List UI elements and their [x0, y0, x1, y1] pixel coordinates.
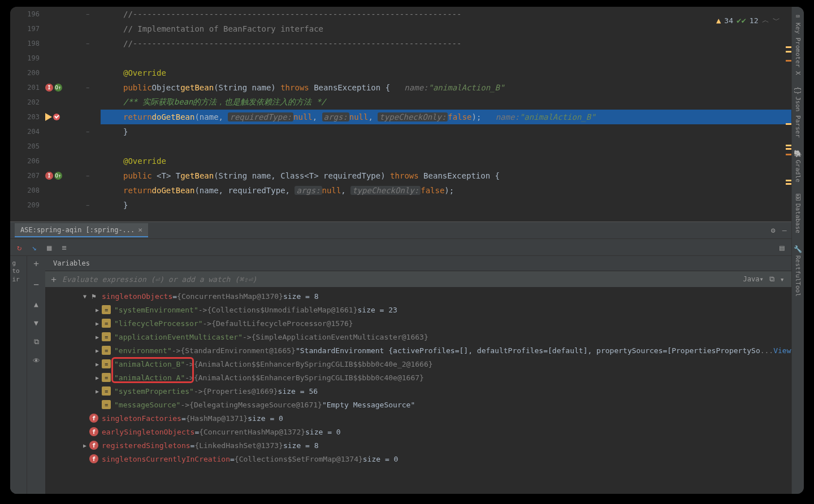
layout-settings-icon[interactable]: ▤ [780, 243, 784, 252]
editor-pane[interactable]: ▲ 34 ✔✔ 12 ︿ ﹀ 196−197198−199200201IO↑−2… [10, 7, 791, 221]
minimap[interactable] [783, 12, 791, 221]
check-count[interactable]: 12 [750, 16, 759, 25]
map-entry-icon: ≡ [102, 373, 111, 382]
debug-tab-label: ASE:spring-aqin [:spring-... [20, 226, 135, 234]
expand-arrow-icon[interactable] [93, 347, 102, 354]
expand-icon[interactable]: ▾ [780, 275, 785, 284]
expand-arrow-icon[interactable] [80, 442, 89, 449]
variable-row[interactable]: fsingletonFactories = {HashMap@1371} siz… [45, 411, 791, 425]
implements-icon[interactable]: I [45, 172, 53, 180]
ide-window: ▲ 34 ✔✔ 12 ︿ ﹀ 196−197198−199200201IO↑−2… [10, 7, 804, 494]
right-toolwindow-bar: ⌨Key Promoter X{}Json Parser🐘Gradle🗄Data… [791, 7, 804, 494]
map-entry-icon: ≡ [102, 332, 111, 341]
toolwindow-database[interactable]: 🗄Database [794, 194, 802, 233]
map-entry-icon: ≡ [102, 305, 111, 314]
table-view-icon[interactable]: ▦ [47, 243, 51, 252]
restart-frame-icon[interactable]: ↻ [17, 243, 21, 252]
variable-row[interactable]: ≡"animalAction_B" -> {AnimalAction$$Enha… [45, 357, 791, 371]
expand-arrow-icon[interactable] [80, 293, 89, 299]
toolwindow-key-promoter-x[interactable]: ⌨Key Promoter X [794, 12, 802, 75]
close-tab-icon[interactable]: × [138, 225, 142, 234]
variable-row[interactable]: ≡"messageSource" -> {DelegatingMessageSo… [45, 398, 791, 411]
toolwindow-restfultool[interactable]: 🔧RestfulTool [794, 245, 802, 297]
debug-tabs: ASE:spring-aqin [:spring-... × ⚙ — [10, 222, 791, 239]
variable-row[interactable]: ≡"systemProperties" -> {Properties@1669}… [45, 384, 791, 398]
toolwindow-json-parser[interactable]: {}Json Parser [794, 86, 802, 138]
expand-arrow-icon[interactable] [93, 375, 102, 381]
code-area: 196−197198−199200201IO↑−202203204−205206… [10, 7, 791, 221]
variable-row[interactable]: ≡"lifecycleProcessor" -> {DefaultLifecyc… [45, 316, 791, 330]
breakpoint-icon[interactable] [53, 114, 60, 120]
code-content[interactable]: //--------------------------------------… [101, 7, 791, 221]
variables-tree[interactable]: ⚑singletonObjects = {ConcurrentHashMap@1… [45, 287, 791, 494]
field-icon: f [89, 427, 98, 436]
field-icon: f [89, 414, 98, 423]
expand-arrow-icon[interactable] [93, 361, 102, 367]
map-entry-icon: ≡ [102, 400, 111, 409]
variable-row[interactable]: fregisteredSingletons = {LinkedHashSet@1… [45, 438, 791, 452]
variable-row[interactable]: fearlySingletonObjects = {ConcurrentHash… [45, 425, 791, 438]
field-icon: f [89, 454, 98, 463]
watch-icon[interactable]: 👁 [33, 357, 40, 365]
variable-row[interactable]: fsingletonsCurrentlyInCreation = {Collec… [45, 452, 791, 466]
step-icon[interactable]: ↘ [32, 243, 36, 252]
debug-settings-icon[interactable]: ⚙ [771, 226, 776, 234]
copy-icon[interactable]: ⧉ [34, 337, 39, 346]
watch-input-row: + Java▾ ⧉ ▾ [45, 271, 791, 287]
map-entry-icon: ≡ [102, 319, 111, 328]
debug-variables-pane: Variables + Java▾ ⧉ ▾ ⚑singletonObjects … [45, 256, 791, 494]
expand-arrow-icon[interactable] [93, 334, 102, 340]
expand-arrow-icon[interactable] [93, 320, 102, 327]
debug-toolbar: ↻ ↘ ▦ ≡ ▤ [10, 239, 791, 256]
check-icon[interactable]: ✔✔ [737, 16, 746, 25]
override-icon[interactable]: O↑ [54, 172, 62, 180]
prev-highlight-icon[interactable]: ︿ [762, 15, 769, 25]
warning-count[interactable]: 34 [724, 16, 733, 25]
debug-frames-gutter: g to ir [10, 256, 27, 494]
debug-side-actions: + − ▲ ▼ ⧉ 👁 [27, 256, 45, 494]
expand-arrow-icon[interactable] [93, 307, 102, 313]
nav-up-icon[interactable]: ▲ [34, 300, 38, 309]
map-entry-icon: ≡ [102, 386, 111, 396]
watch-expression-input[interactable] [62, 275, 743, 284]
next-highlight-icon[interactable]: ﹀ [773, 15, 780, 25]
add-watch-icon[interactable]: + [33, 258, 39, 269]
debug-run-tab[interactable]: ASE:spring-aqin [:spring-... × [15, 223, 148, 237]
nav-down-icon[interactable]: ▼ [34, 319, 38, 327]
debug-body: g to ir + − ▲ ▼ ⧉ 👁 Variables + [10, 256, 791, 494]
execution-point-icon [45, 113, 52, 121]
variable-row[interactable]: ≡"systemEnvironment" -> {Collections$Unm… [45, 303, 791, 316]
remove-watch-icon[interactable]: − [33, 279, 39, 290]
editor-gutter[interactable]: 196−197198−199200201IO↑−202203204−205206… [10, 7, 101, 221]
pin-icon: ⚑ [89, 292, 98, 301]
variable-row[interactable]: ≡"applicationEventMulticaster" -> {Simpl… [45, 330, 791, 344]
editor-inspections: ▲ 34 ✔✔ 12 ︿ ﹀ [716, 15, 780, 25]
variable-row[interactable]: ≡"animalAction_A" -> {AnimalAction$$Enha… [45, 371, 791, 384]
list-view-icon[interactable]: ≡ [62, 243, 66, 252]
warning-icon[interactable]: ▲ [716, 16, 721, 25]
variable-row[interactable]: ≡"environment" -> {StandardEnvironment@1… [45, 344, 791, 357]
main-area: ▲ 34 ✔✔ 12 ︿ ﹀ 196−197198−199200201IO↑−2… [10, 7, 791, 494]
variables-header: Variables [45, 256, 791, 271]
field-icon: f [89, 441, 98, 450]
language-selector[interactable]: Java▾ [743, 275, 764, 283]
map-entry-icon: ≡ [102, 346, 111, 355]
debug-minimize-icon[interactable]: — [782, 226, 787, 234]
debug-panel: ASE:spring-aqin [:spring-... × ⚙ — ↻ ↘ ▦… [10, 221, 791, 494]
variable-row[interactable]: ⚑singletonObjects = {ConcurrentHashMap@1… [45, 289, 791, 303]
frames-text: g to ir [12, 259, 25, 284]
override-icon[interactable]: O↑ [54, 84, 62, 92]
add-expression-button[interactable]: + [45, 274, 62, 285]
toolwindow-gradle[interactable]: 🐘Gradle [794, 149, 802, 183]
expand-arrow-icon[interactable] [93, 388, 102, 394]
implements-icon[interactable]: I [45, 84, 53, 92]
history-icon[interactable]: ⧉ [769, 275, 774, 284]
map-entry-icon: ≡ [102, 359, 111, 368]
